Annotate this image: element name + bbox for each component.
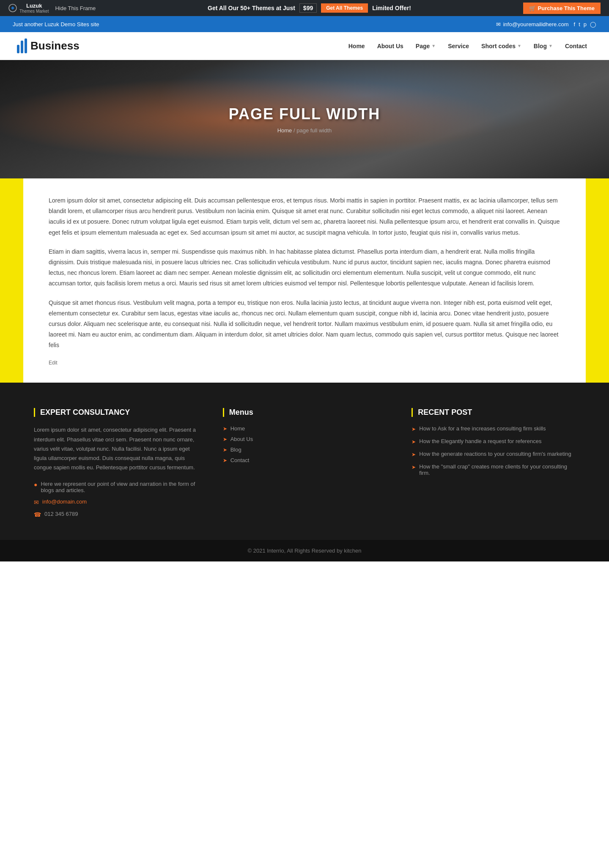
footer-bottom: © 2021 Interrio, All Rights Reserved by …	[0, 540, 609, 561]
luzuk-logo-text-wrap: Luzuk Themes Market	[19, 3, 49, 14]
promo-center: Get All Our 50+ Themes at Just $99 Get A…	[208, 3, 411, 13]
copyright-text: © 2021 Interrio, All Rights Reserved by …	[248, 548, 362, 554]
recent-post-2[interactable]: ➤ How the Elegantly handle a request for…	[411, 438, 575, 445]
footer-menu-contact[interactable]: ➤ Contact	[223, 457, 387, 463]
get-all-themes-button[interactable]: Get All Themes	[321, 3, 368, 13]
page-arrow-icon: ▼	[431, 44, 436, 48]
recent-post-4[interactable]: ➤ How the "small crap" creates more clie…	[411, 463, 575, 476]
nav-contact[interactable]: Contact	[560, 39, 592, 53]
logo-bar-3	[25, 38, 27, 53]
hide-frame-link[interactable]: Hide This Frame	[55, 5, 96, 11]
post-icon-4: ➤	[411, 464, 416, 470]
address-text: Here we represent our point of view and …	[41, 481, 197, 493]
luzuk-logo: Luzuk Themes Market	[8, 3, 49, 14]
hero-section: PAGE FULL WIDTH Home / page full width	[0, 60, 609, 178]
widget-email: ✉ info@domain.com	[34, 498, 198, 506]
pinterest-icon[interactable]: p	[584, 21, 587, 27]
widget-recent-posts: RECENT POST ➤ How to Ask for a free incr…	[411, 408, 575, 523]
widget-consultancy-text: Lorem ipsum dolor sit amet, consectetur …	[34, 425, 198, 472]
facebook-icon[interactable]: f	[574, 21, 576, 27]
info-bar: Just another Luzuk Demo Sites site ✉ inf…	[0, 16, 609, 32]
footer-menu-blog[interactable]: ➤ Blog	[223, 446, 387, 453]
nav-page[interactable]: Page ▼	[411, 39, 441, 53]
purchase-label: Purchase This Theme	[538, 5, 595, 11]
post-icon-2: ➤	[411, 439, 416, 445]
content-wrapper: Lorem ipsum dolor sit amet, consectetur …	[0, 178, 609, 383]
yellow-bar-right	[586, 178, 609, 383]
edit-link[interactable]: Edit	[49, 360, 58, 366]
blog-arrow-icon: ▼	[549, 44, 553, 48]
content-paragraph-2: Etiam in diam sagittis, viverra lacus in…	[49, 246, 560, 289]
widget-menus: Menus ➤ Home ➤ About Us ➤ Blog ➤ Contact	[223, 408, 387, 523]
menu-arrow-icon-2: ➤	[223, 436, 227, 442]
promo-suffix: Limited Offer!	[372, 5, 411, 11]
menu-arrow-icon-3: ➤	[223, 447, 227, 453]
nav-blog[interactable]: Blog ▼	[529, 39, 558, 53]
post-icon-3: ➤	[411, 452, 416, 457]
purchase-theme-button[interactable]: 🛒 Purchase This Theme	[523, 3, 601, 14]
instagram-icon[interactable]: ◯	[590, 21, 596, 27]
phone-icon: ☎	[34, 511, 41, 518]
site-tagline: Just another Luzuk Demo Sites site	[13, 21, 99, 27]
hero-content: PAGE FULL WIDTH Home / page full width	[229, 105, 381, 134]
page-title: PAGE FULL WIDTH	[229, 105, 381, 123]
footer-widgets: EXPERT CONSULTANCY Lorem ipsum dolor sit…	[0, 383, 609, 539]
nav-shortcodes[interactable]: Short codes ▼	[476, 39, 527, 53]
email-address: info@youremailidhere.com	[503, 21, 569, 27]
widget-phone: ☎ 012 345 6789	[34, 511, 198, 518]
breadcrumb-current: page full width	[296, 127, 332, 134]
site-name: Business	[30, 39, 80, 52]
logo-bar-2	[21, 41, 23, 53]
site-header: Business Home About Us Page ▼ Service Sh…	[0, 32, 609, 60]
logo-bars-icon	[17, 38, 27, 53]
luzuk-subtitle: Themes Market	[19, 9, 49, 14]
email-icon: ✉	[496, 21, 501, 27]
breadcrumb: Home / page full width	[229, 127, 381, 134]
shortcodes-arrow-icon: ▼	[517, 44, 521, 48]
promo-text: Get All Our 50+ Themes at Just	[208, 5, 295, 11]
content-paragraph-1: Lorem ipsum dolor sit amet, consectetur …	[49, 195, 560, 238]
yellow-bar-left	[0, 178, 23, 383]
email-icon: ✉	[34, 499, 39, 506]
admin-bar-left: Luzuk Themes Market Hide This Frame	[8, 3, 96, 14]
page-content: Lorem ipsum dolor sit amet, consectetur …	[23, 178, 586, 383]
contact-email[interactable]: info@domain.com	[42, 498, 87, 505]
breadcrumb-home[interactable]: Home	[277, 127, 292, 134]
widget-recent-title: RECENT POST	[411, 408, 575, 417]
widget-consultancy-title: EXPERT CONSULTANCY	[34, 408, 198, 417]
menu-arrow-icon-4: ➤	[223, 457, 227, 463]
widget-address: ● Here we represent our point of view an…	[34, 481, 198, 493]
cart-icon: 🛒	[529, 5, 536, 11]
post-icon-1: ➤	[411, 426, 416, 432]
social-icons: f t p ◯	[574, 21, 596, 27]
nav-about[interactable]: About Us	[372, 39, 409, 53]
footer-menu-about[interactable]: ➤ About Us	[223, 436, 387, 442]
nav-service[interactable]: Service	[443, 39, 474, 53]
admin-bar: Luzuk Themes Market Hide This Frame Get …	[0, 0, 609, 16]
recent-post-3[interactable]: ➤ How the generate reactions to your con…	[411, 451, 575, 457]
footer-menu-list: ➤ Home ➤ About Us ➤ Blog ➤ Contact	[223, 425, 387, 463]
nav-home[interactable]: Home	[343, 39, 370, 53]
twitter-icon[interactable]: t	[579, 21, 580, 27]
widget-consultancy: EXPERT CONSULTANCY Lorem ipsum dolor sit…	[34, 408, 198, 523]
header-email: ✉ info@youremailidhere.com	[496, 21, 569, 27]
content-paragraph-3: Quisque sit amet rhoncus risus. Vestibul…	[49, 298, 560, 351]
price-badge: $99	[299, 3, 317, 13]
logo-bar-1	[17, 45, 19, 53]
recent-post-1[interactable]: ➤ How to Ask for a free increases consul…	[411, 425, 575, 432]
luzuk-logo-icon	[8, 4, 17, 12]
widget-menus-title: Menus	[223, 408, 387, 417]
footer-menu-home[interactable]: ➤ Home	[223, 425, 387, 432]
location-icon: ●	[34, 481, 37, 488]
site-logo: Business	[17, 38, 80, 53]
main-nav: Home About Us Page ▼ Service Short codes…	[343, 39, 592, 53]
info-bar-right: ✉ info@youremailidhere.com f t p ◯	[496, 21, 596, 27]
phone-number: 012 345 6789	[44, 511, 78, 517]
menu-arrow-icon-1: ➤	[223, 426, 227, 432]
luzuk-name: Luzuk	[26, 3, 42, 9]
